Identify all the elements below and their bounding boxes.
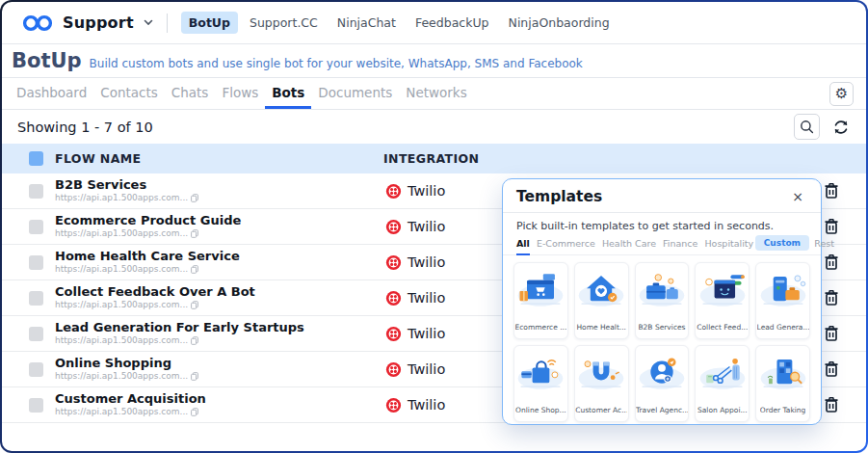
salon-appointment-illustration bbox=[696, 352, 750, 394]
trash-icon bbox=[824, 325, 841, 342]
integration-name: Twilio bbox=[408, 254, 445, 270]
copy-icon[interactable] bbox=[191, 408, 198, 416]
trash-icon bbox=[824, 218, 841, 235]
delete-flow-button[interactable] bbox=[824, 182, 841, 200]
filter-finance[interactable]: Finance bbox=[663, 238, 697, 255]
delete-flow-button[interactable] bbox=[824, 218, 841, 236]
column-header-flow-name: FLOW NAME bbox=[55, 151, 142, 166]
delete-flow-button[interactable] bbox=[824, 325, 841, 343]
delete-flow-button[interactable] bbox=[824, 360, 841, 379]
row-checkbox[interactable] bbox=[29, 327, 43, 341]
nav-tab-dashboard[interactable]: Dashboard bbox=[10, 78, 93, 109]
template-card[interactable]: Home Healt... bbox=[574, 262, 629, 339]
template-card[interactable]: Travel Agenc... bbox=[635, 345, 690, 422]
app-tab-support-cc[interactable]: Support.CC bbox=[242, 12, 326, 34]
copy-icon[interactable] bbox=[191, 229, 198, 238]
nav-tab-bots[interactable]: Bots bbox=[265, 78, 311, 109]
column-header-integration: INTEGRATION bbox=[383, 151, 479, 166]
flow-url: https://api.ap1.500apps.com... bbox=[55, 300, 255, 309]
row-checkbox[interactable] bbox=[29, 291, 43, 306]
flow-cell: Lead Generation For Early Startupshttps:… bbox=[55, 320, 304, 345]
nav-tab-flows[interactable]: Flows bbox=[215, 78, 265, 109]
trash-icon bbox=[824, 182, 841, 200]
workspace-switcher[interactable]: Support bbox=[21, 13, 153, 33]
template-card-label: Salon Appoi... bbox=[697, 406, 748, 414]
template-card[interactable]: Collect Feed... bbox=[695, 262, 750, 339]
flow-cell: Collect Feedback Over A Bothttps://api.a… bbox=[55, 284, 255, 309]
copy-icon[interactable] bbox=[191, 301, 198, 309]
search-button[interactable] bbox=[794, 114, 820, 140]
filter-hospitality[interactable]: Hospitality bbox=[704, 238, 753, 255]
twilio-logo bbox=[385, 219, 402, 235]
order-taking-illustration bbox=[756, 352, 810, 394]
flow-name-link[interactable]: Customer Acquisition bbox=[55, 391, 206, 407]
flow-name-link[interactable]: Lead Generation For Early Startups bbox=[55, 320, 304, 335]
integration-name: Twilio bbox=[408, 326, 445, 341]
flow-cell: Ecommerce Product Guidehttps://api.ap1.5… bbox=[55, 213, 241, 238]
integration-cell: Twilio bbox=[385, 387, 445, 422]
showing-count: Showing 1 - 7 of 10 bbox=[17, 120, 153, 135]
delete-flow-button[interactable] bbox=[824, 396, 841, 414]
filter-e-commerce[interactable]: E-Commerce bbox=[537, 238, 595, 255]
integration-cell: Twilio bbox=[385, 316, 445, 351]
flow-name-link[interactable]: B2B Services bbox=[55, 177, 198, 193]
copy-icon[interactable] bbox=[191, 265, 198, 274]
template-card-label: Lead Genera... bbox=[757, 323, 809, 332]
table-header: FLOW NAME INTEGRATION bbox=[2, 144, 866, 173]
row-checkbox[interactable] bbox=[29, 255, 43, 270]
trash-icon bbox=[824, 396, 841, 413]
flow-url: https://api.ap1.500apps.com... bbox=[55, 407, 206, 416]
row-checkbox[interactable] bbox=[29, 184, 43, 199]
template-card-label: Ecommerce ... bbox=[514, 323, 566, 332]
flow-name-link[interactable]: Ecommerce Product Guide bbox=[55, 213, 241, 228]
filter-rest[interactable]: Rest bbox=[814, 238, 834, 255]
filter-health-care[interactable]: Health Care bbox=[602, 238, 656, 255]
copy-icon[interactable] bbox=[191, 336, 198, 345]
template-card[interactable]: Salon Appoi... bbox=[695, 345, 750, 422]
row-checkbox[interactable] bbox=[29, 398, 43, 413]
template-card[interactable]: Lead Genera... bbox=[755, 262, 810, 339]
copy-icon[interactable] bbox=[191, 372, 198, 381]
nav-tab-contacts[interactable]: Contacts bbox=[93, 78, 165, 109]
integration-name: Twilio bbox=[408, 183, 445, 199]
delete-flow-button[interactable] bbox=[824, 289, 841, 307]
refresh-button[interactable] bbox=[829, 116, 853, 139]
copy-icon[interactable] bbox=[191, 194, 198, 202]
flow-name-link[interactable]: Collect Feedback Over A Bot bbox=[55, 284, 255, 300]
flow-name-link[interactable]: Online Shopping bbox=[55, 356, 198, 371]
trash-icon bbox=[824, 289, 841, 306]
twilio-logo bbox=[385, 326, 402, 342]
flow-name-link[interactable]: Home Health Care Service bbox=[55, 249, 240, 264]
nav-tab-chats[interactable]: Chats bbox=[165, 78, 216, 109]
templates-modal-title: Templates bbox=[516, 188, 602, 205]
templates-modal-subtitle: Pick built-in templates to get started i… bbox=[503, 213, 821, 234]
trash-icon bbox=[824, 253, 841, 271]
custom-templates-button[interactable]: Custom bbox=[755, 235, 809, 251]
template-card[interactable]: Ecommerce ... bbox=[513, 262, 568, 339]
flow-url: https://api.ap1.500apps.com... bbox=[55, 335, 304, 345]
app-tab-ninjaonbaording[interactable]: NinjaOnbaording bbox=[501, 12, 618, 34]
nav-tab-documents[interactable]: Documents bbox=[311, 78, 399, 109]
app-tab-ninjachat[interactable]: NinjaChat bbox=[329, 12, 404, 34]
app-switcher-tabs: BotUpSupport.CCNinjaChatFeedbackUpNinjaO… bbox=[181, 12, 618, 34]
flow-cell: Online Shoppinghttps://api.ap1.500apps.c… bbox=[55, 356, 198, 381]
template-card[interactable]: Customer Ac... bbox=[574, 345, 629, 422]
app-tab-botup[interactable]: BotUp bbox=[181, 12, 238, 34]
nav-tab-networks[interactable]: Networks bbox=[399, 78, 473, 109]
row-checkbox[interactable] bbox=[29, 362, 43, 377]
chevron-down-icon bbox=[144, 19, 153, 26]
search-icon bbox=[800, 120, 814, 134]
template-card[interactable]: B2B Services bbox=[635, 262, 690, 339]
template-card[interactable]: Order Taking bbox=[755, 345, 810, 422]
twilio-logo bbox=[385, 290, 402, 306]
template-card[interactable]: Online Shop... bbox=[513, 345, 568, 422]
select-all-checkbox[interactable] bbox=[29, 151, 43, 166]
app-tab-feedbackup[interactable]: FeedbackUp bbox=[408, 12, 497, 34]
delete-flow-button[interactable] bbox=[824, 253, 841, 272]
filter-all[interactable]: All bbox=[516, 238, 530, 255]
close-icon[interactable]: × bbox=[788, 188, 807, 205]
settings-button[interactable]: ⚙ bbox=[829, 82, 854, 106]
flow-cell: B2B Serviceshttps://api.ap1.500apps.com.… bbox=[55, 177, 198, 202]
row-checkbox[interactable] bbox=[29, 220, 43, 234]
template-card-label: Online Shop... bbox=[515, 406, 566, 414]
